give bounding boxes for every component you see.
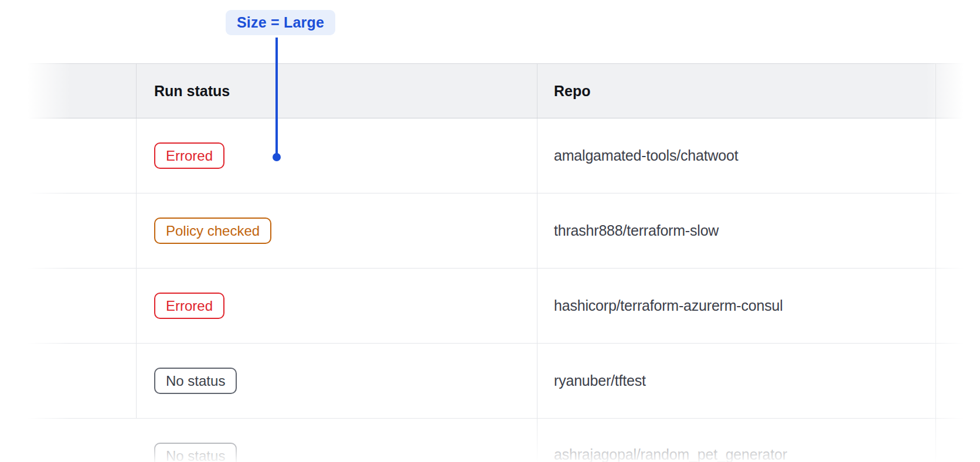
run-status-cell: Errored [137, 269, 537, 343]
status-badge: No status [154, 443, 237, 462]
lead-cell [26, 118, 137, 193]
lead-cell [26, 269, 137, 343]
column-header-lead [26, 64, 137, 118]
annotation-connector-dot [273, 153, 281, 161]
status-badge: Errored [154, 142, 224, 169]
repo-name: thrashr888/terraform-slow [554, 222, 719, 239]
lead-cell [26, 193, 137, 268]
run-status-cell: No status [137, 344, 537, 418]
annotation-label: Size = Large [226, 10, 335, 35]
run-status-cell: Policy checked [137, 193, 537, 268]
trail-cell [936, 269, 980, 343]
table-row: Errored amalgamated-tools/chatwoot [26, 118, 980, 193]
repo-name: ashrajagopal/random_pet_generator [554, 446, 787, 462]
trail-cell [936, 193, 980, 268]
annotation-connector-line [275, 38, 278, 154]
run-status-cell: Errored [137, 118, 537, 193]
status-badge: Errored [154, 293, 224, 319]
trail-cell [936, 344, 980, 418]
run-status-cell: No status [137, 419, 537, 462]
table-row: No status ryanuber/tftest [26, 344, 980, 419]
repo-cell: ashrajagopal/random_pet_generator [537, 419, 936, 462]
table-row: No status ashrajagopal/random_pet_genera… [26, 419, 980, 462]
repo-name: amalgamated-tools/chatwoot [554, 147, 738, 164]
screenshot-root: Size = Large Run status Repo Errored ama… [0, 0, 980, 462]
column-header-trail [936, 64, 980, 118]
lead-cell [26, 344, 137, 418]
repo-cell: hashicorp/terraform-azurerm-consul [537, 269, 936, 343]
table-row: Errored hashicorp/terraform-azurerm-cons… [26, 269, 980, 344]
column-header-run-status: Run status [137, 64, 537, 118]
table-header-row: Run status Repo [26, 63, 980, 118]
repo-name: ryanuber/tftest [554, 372, 646, 389]
workspaces-table: Run status Repo Errored amalgamated-tool… [26, 63, 980, 462]
status-badge: Policy checked [154, 218, 271, 244]
repo-name: hashicorp/terraform-azurerm-consul [554, 297, 783, 314]
repo-cell: amalgamated-tools/chatwoot [537, 118, 936, 193]
status-badge: No status [154, 368, 237, 394]
repo-cell: thrashr888/terraform-slow [537, 193, 936, 268]
table-row: Policy checked thrashr888/terraform-slow [26, 193, 980, 269]
column-header-repo: Repo [537, 64, 936, 118]
repo-cell: ryanuber/tftest [537, 344, 936, 418]
trail-cell [936, 118, 980, 193]
